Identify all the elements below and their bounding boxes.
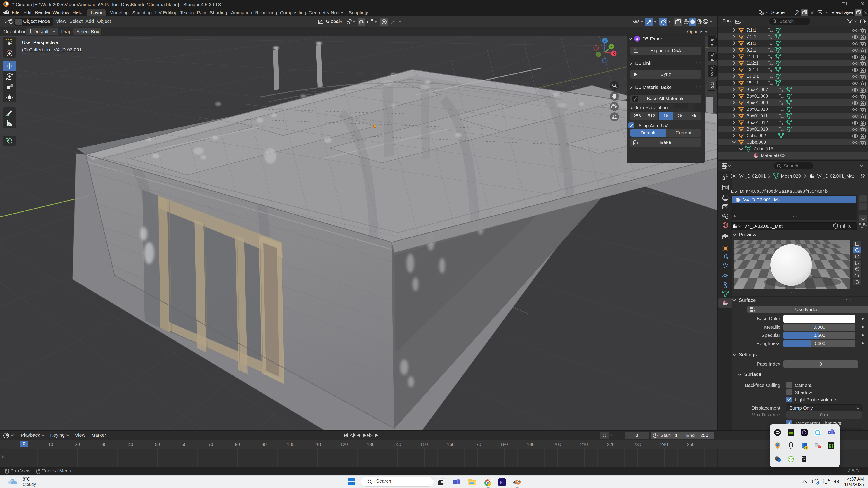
svg-text:T: T: [454, 480, 456, 484]
svg-text:Pr: Pr: [500, 480, 504, 485]
svg-text:Z: Z: [604, 39, 606, 43]
svg-text:EPIC: EPIC: [802, 457, 806, 459]
svg-text:GAMES: GAMES: [802, 459, 807, 460]
svg-text:X: X: [613, 52, 615, 55]
svg-text:Y: Y: [610, 45, 612, 49]
svg-text:T: T: [829, 431, 830, 434]
svg-text:i: i: [779, 459, 780, 462]
